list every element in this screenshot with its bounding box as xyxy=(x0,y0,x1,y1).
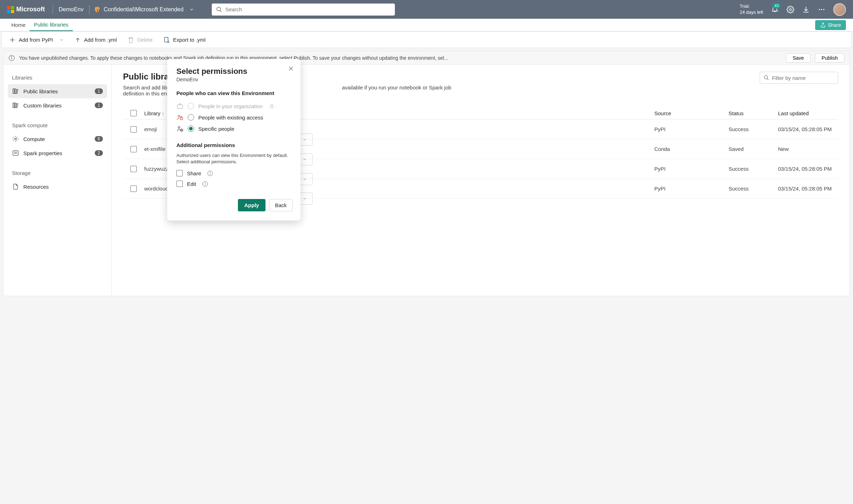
sort-asc-icon: ↑ xyxy=(162,111,164,116)
environment-name[interactable]: DemoEnv xyxy=(57,6,85,13)
share-icon xyxy=(820,22,826,28)
chevron-down-icon xyxy=(303,197,307,201)
share-button[interactable]: Share xyxy=(815,20,846,30)
cell-status: Saved xyxy=(729,146,778,152)
cell-status: Success xyxy=(729,166,778,172)
download-button[interactable] xyxy=(802,6,810,13)
delete-label: Delete xyxy=(137,37,152,43)
microsoft-logo-icon xyxy=(7,6,14,13)
radio-circle xyxy=(188,103,194,109)
tab-public-libraries[interactable]: Public libraries xyxy=(30,19,73,31)
modal-subtitle: DemoEnv xyxy=(176,77,291,82)
row-checkbox[interactable] xyxy=(130,186,137,192)
trial-days: 24 days left xyxy=(740,10,764,16)
sidebar-item-compute[interactable]: Compute 6 xyxy=(8,132,107,146)
tab-home[interactable]: Home xyxy=(7,19,30,31)
upload-icon xyxy=(74,36,81,43)
sidebar: Libraries Public libraries 1 Custom libr… xyxy=(4,65,112,296)
global-search[interactable] xyxy=(212,4,395,16)
checkbox[interactable] xyxy=(176,170,183,176)
save-button[interactable]: Save xyxy=(786,53,811,63)
svg-rect-22 xyxy=(13,151,18,155)
sensitivity-label-dropdown[interactable]: Confidential\Microsoft Extended xyxy=(94,6,194,13)
sidebar-item-label: Spark properties xyxy=(23,150,62,156)
library-icon xyxy=(12,88,19,95)
cell-updated: New xyxy=(778,146,838,152)
radio-option-specific[interactable]: Specific people xyxy=(176,123,291,134)
brand-text: Microsoft xyxy=(16,6,45,13)
checkbox-share[interactable]: Share i xyxy=(176,168,291,178)
col-last-updated[interactable]: Last updated xyxy=(778,110,838,116)
col-status[interactable]: Status xyxy=(729,110,778,116)
col-source[interactable]: Source xyxy=(654,110,729,116)
microsoft-logo: Microsoft xyxy=(4,6,48,13)
checkbox[interactable] xyxy=(176,181,183,187)
select-all-checkbox[interactable] xyxy=(130,110,137,116)
svg-point-3 xyxy=(217,7,221,11)
radio-label: People with existing access xyxy=(198,115,263,121)
trash-icon xyxy=(127,36,134,43)
modal-actions: Apply Back xyxy=(238,199,291,211)
info-icon[interactable]: i xyxy=(203,181,208,187)
sidebar-item-count: 2 xyxy=(95,150,103,156)
chevron-down-icon xyxy=(303,177,307,181)
more-button[interactable] xyxy=(818,6,825,13)
settings-button[interactable] xyxy=(787,6,794,13)
view-section-title: People who can view this Environment xyxy=(176,90,291,96)
checkbox-label: Edit xyxy=(187,181,196,187)
people-lock-icon xyxy=(176,114,183,121)
info-icon xyxy=(8,55,15,61)
filter-by-name-input[interactable]: Filter by name xyxy=(760,72,838,84)
sidebar-item-public-libraries[interactable]: Public libraries 1 xyxy=(8,84,107,98)
info-icon[interactable]: i xyxy=(208,171,213,176)
radio-label: Specific people xyxy=(198,126,234,132)
sidebar-section-storage: Storage xyxy=(8,167,107,180)
sensitivity-label-text: Confidential\Microsoft Extended xyxy=(104,6,183,13)
svg-rect-16 xyxy=(15,89,16,93)
close-button[interactable] xyxy=(288,65,294,72)
radio-circle[interactable] xyxy=(188,114,194,121)
radio-circle[interactable] xyxy=(188,125,194,132)
sidebar-item-resources[interactable]: Resources xyxy=(8,180,107,194)
add-from-pypi-button[interactable]: Add from PyPI xyxy=(9,36,64,43)
app-header: Microsoft DemoEnv Confidential\Microsoft… xyxy=(0,0,853,19)
gear-icon xyxy=(12,135,19,142)
filter-placeholder: Filter by name xyxy=(772,75,806,81)
notifications-button[interactable]: 43 xyxy=(771,5,779,14)
sidebar-item-label: Public libraries xyxy=(23,88,58,94)
svg-point-25 xyxy=(764,76,767,79)
sidebar-item-label: Custom libraries xyxy=(23,102,62,109)
avatar[interactable] xyxy=(833,3,846,16)
sidebar-section-spark: Spark compute xyxy=(8,119,107,132)
library-icon xyxy=(12,102,19,109)
row-checkbox[interactable] xyxy=(130,146,137,152)
svg-point-14 xyxy=(11,56,12,57)
svg-point-21 xyxy=(15,138,17,140)
cell-status: Success xyxy=(729,126,778,132)
svg-rect-20 xyxy=(16,104,18,108)
radio-option-existing[interactable]: People with existing access xyxy=(176,112,291,123)
sidebar-item-spark-properties[interactable]: Spark properties 2 xyxy=(8,146,107,160)
cell-source: PyPI xyxy=(654,186,729,192)
svg-rect-1 xyxy=(98,10,99,11)
search-input[interactable] xyxy=(225,6,391,12)
svg-rect-11 xyxy=(164,37,168,42)
publish-button[interactable]: Publish xyxy=(815,53,845,63)
export-yml-button[interactable]: Export to .yml xyxy=(163,36,206,43)
checkbox-edit[interactable]: Edit i xyxy=(176,178,291,189)
chevron-down-icon xyxy=(59,38,64,42)
row-checkbox[interactable] xyxy=(130,166,137,172)
add-from-yml-button[interactable]: Add from .yml xyxy=(74,36,117,43)
svg-point-6 xyxy=(819,9,820,10)
radio-label: People in your organization xyxy=(198,103,263,109)
add-yml-label: Add from .yml xyxy=(84,37,117,43)
cell-source: Conda xyxy=(654,146,729,152)
cell-source: PyPI xyxy=(654,126,729,132)
row-checkbox[interactable] xyxy=(130,126,137,133)
back-button[interactable]: Back xyxy=(269,199,293,211)
svg-point-7 xyxy=(821,9,822,10)
export-yml-label: Export to .yml xyxy=(173,37,206,43)
apply-button[interactable]: Apply xyxy=(238,199,265,211)
sidebar-item-custom-libraries[interactable]: Custom libraries 1 xyxy=(8,98,107,112)
svg-rect-30 xyxy=(270,106,273,108)
